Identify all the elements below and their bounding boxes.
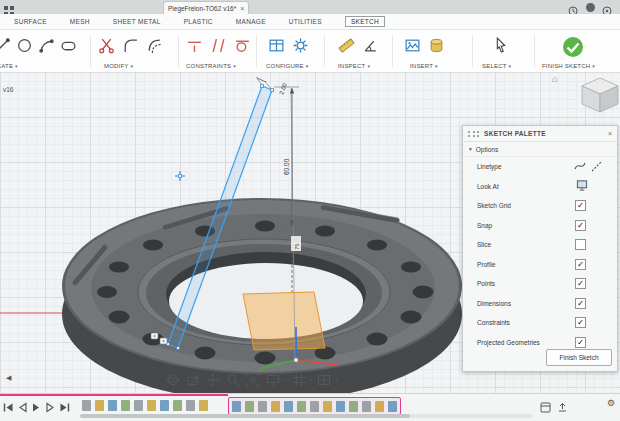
select-group-label[interactable]: SELECT▾ bbox=[482, 63, 511, 69]
construction-line-icon[interactable] bbox=[591, 158, 603, 176]
nav-pan-icon[interactable] bbox=[206, 372, 221, 387]
timeline-settings-gear-icon[interactable]: ⚙ bbox=[607, 398, 615, 408]
timeline-feature-icon[interactable] bbox=[349, 401, 358, 412]
look-at-icon[interactable] bbox=[576, 177, 588, 195]
timeline-step-forward-icon[interactable] bbox=[45, 399, 56, 410]
nav-look-at-icon[interactable] bbox=[186, 372, 201, 387]
timeline-feature-icon[interactable] bbox=[271, 401, 280, 412]
job-status-icon[interactable] bbox=[568, 2, 578, 12]
create-arc-icon[interactable] bbox=[38, 37, 55, 54]
nav-zoom-icon[interactable] bbox=[226, 372, 241, 387]
timeline-feature-icon[interactable] bbox=[82, 400, 91, 411]
timeline-feature-icon[interactable] bbox=[173, 400, 182, 411]
nav-caret[interactable]: ▾ bbox=[284, 377, 287, 383]
browser-collapse-icon[interactable]: ◀ bbox=[6, 374, 11, 382]
timeline-marker-line[interactable] bbox=[0, 394, 228, 396]
origin-point[interactable] bbox=[294, 358, 298, 362]
dimensions-checkbox[interactable]: ✓ bbox=[575, 298, 586, 309]
fillet-icon[interactable] bbox=[122, 37, 139, 54]
trim-scissors-icon[interactable] bbox=[98, 37, 115, 54]
sketch-palette-header[interactable]: SKETCH PALETTE × bbox=[463, 126, 617, 142]
timeline-feature-icon[interactable] bbox=[297, 401, 306, 412]
constraints-checkbox[interactable]: ✓ bbox=[575, 317, 586, 328]
sketch-grid-checkbox[interactable]: ✓ bbox=[575, 200, 586, 211]
construction-plane[interactable] bbox=[243, 292, 325, 350]
timeline-feature-icon[interactable] bbox=[336, 401, 345, 412]
configure-table-icon[interactable] bbox=[268, 37, 285, 54]
angle-measure-icon[interactable] bbox=[362, 37, 379, 54]
options-section-header[interactable]: ▾ Options bbox=[463, 142, 617, 157]
offset-icon[interactable] bbox=[146, 37, 163, 54]
notifications-icon[interactable] bbox=[602, 2, 612, 12]
tab-sheet-metal[interactable]: SHEET METAL bbox=[113, 18, 161, 25]
modify-group-label[interactable]: MODIFY▾ bbox=[104, 63, 133, 69]
document-tab[interactable]: PiegeFrelon-TO62 v16* × bbox=[163, 1, 249, 15]
timeline-group-icon[interactable] bbox=[540, 399, 551, 417]
linetype-spline-icon[interactable] bbox=[574, 158, 586, 176]
data-panel-toggle-icon[interactable] bbox=[4, 2, 14, 12]
nav-display-settings-icon[interactable] bbox=[266, 372, 281, 387]
nav-caret[interactable]: ▾ bbox=[310, 377, 313, 383]
timeline-feature-icon[interactable] bbox=[310, 401, 319, 412]
constraint-horizontal-vertical-icon[interactable] bbox=[186, 37, 203, 54]
close-palette-icon[interactable]: × bbox=[608, 130, 612, 137]
timeline-feature-icon[interactable] bbox=[134, 400, 143, 411]
tab-mesh[interactable]: MESH bbox=[70, 18, 90, 25]
insert-image-icon[interactable] bbox=[404, 37, 421, 54]
inspect-group-label[interactable]: INSPECT▾ bbox=[338, 63, 370, 69]
create-group-label[interactable]: CREATE▾ bbox=[0, 63, 18, 69]
nav-viewports-icon[interactable] bbox=[317, 372, 332, 387]
timeline-go-to-start-icon[interactable] bbox=[3, 399, 14, 410]
tab-utilities[interactable]: UTILITIES bbox=[289, 18, 322, 25]
timeline-feature-icon[interactable] bbox=[186, 400, 195, 411]
timeline-feature-icon[interactable] bbox=[258, 401, 267, 412]
constraint-tangent-icon[interactable] bbox=[234, 37, 251, 54]
dimension-height[interactable]: 60.00 bbox=[283, 158, 290, 175]
finish-sketch-group-label[interactable]: FINISH SKETCH▾ bbox=[542, 63, 595, 69]
drag-handle-icon[interactable] bbox=[468, 131, 479, 137]
nav-grid-settings-icon[interactable] bbox=[292, 372, 307, 387]
home-view-icon[interactable]: ⌂ bbox=[552, 74, 557, 84]
slice-checkbox[interactable] bbox=[575, 239, 586, 250]
tab-surface[interactable]: SURFACE bbox=[14, 18, 47, 25]
timeline-feature-icon[interactable] bbox=[245, 401, 254, 412]
view-cube[interactable] bbox=[582, 78, 618, 112]
timeline-feature-icon[interactable] bbox=[199, 400, 208, 411]
points-checkbox[interactable]: ✓ bbox=[575, 278, 586, 289]
timeline-play-icon[interactable] bbox=[31, 399, 42, 410]
timeline-scrollbar[interactable] bbox=[80, 414, 532, 418]
create-slot-icon[interactable] bbox=[60, 37, 77, 54]
timeline-scrollbar-thumb[interactable] bbox=[80, 414, 410, 418]
dimension-width[interactable]: 2.00 bbox=[278, 82, 288, 96]
insert-mcmaster-icon[interactable] bbox=[428, 37, 445, 54]
sketch-point[interactable] bbox=[175, 171, 185, 181]
tab-sketch[interactable]: SKETCH bbox=[345, 16, 385, 27]
timeline-feature-icon[interactable] bbox=[375, 401, 384, 412]
timeline-feature-icon[interactable] bbox=[95, 400, 104, 411]
measure-icon[interactable] bbox=[338, 37, 355, 54]
timeline-go-to-end-icon[interactable] bbox=[59, 399, 70, 410]
close-tab-icon[interactable]: × bbox=[240, 5, 244, 12]
timeline-feature-icon[interactable] bbox=[388, 401, 397, 412]
snap-checkbox[interactable]: ✓ bbox=[575, 220, 586, 231]
timeline-feature-icon[interactable] bbox=[108, 400, 117, 411]
nav-orbit-icon[interactable] bbox=[166, 372, 181, 387]
timeline-feature-icon[interactable] bbox=[147, 400, 156, 411]
timeline-feature-icon[interactable] bbox=[284, 401, 293, 412]
nav-fit-icon[interactable] bbox=[246, 372, 261, 387]
timeline-publish-icon[interactable] bbox=[557, 399, 568, 417]
timeline-feature-icon[interactable] bbox=[362, 401, 371, 412]
create-line-icon[interactable] bbox=[0, 37, 11, 54]
configure-group-label[interactable]: CONFIGURE▾ bbox=[266, 63, 309, 69]
timeline-feature-icon[interactable] bbox=[121, 400, 130, 411]
dimension-partial[interactable]: 75 bbox=[294, 243, 300, 250]
insert-group-label[interactable]: INSERT▾ bbox=[410, 63, 438, 69]
constraints-group-label[interactable]: CONSTRAINTS▾ bbox=[186, 63, 236, 69]
tab-plastic[interactable]: PLASTIC bbox=[184, 18, 213, 25]
timeline-group[interactable] bbox=[228, 397, 401, 415]
timeline-feature-icon[interactable] bbox=[323, 401, 332, 412]
constraint-parallel-icon[interactable] bbox=[210, 37, 227, 54]
finish-sketch-button[interactable]: Finish Sketch bbox=[546, 349, 612, 366]
create-circle-icon[interactable] bbox=[16, 37, 33, 54]
profile-checkbox[interactable]: ✓ bbox=[575, 259, 586, 270]
